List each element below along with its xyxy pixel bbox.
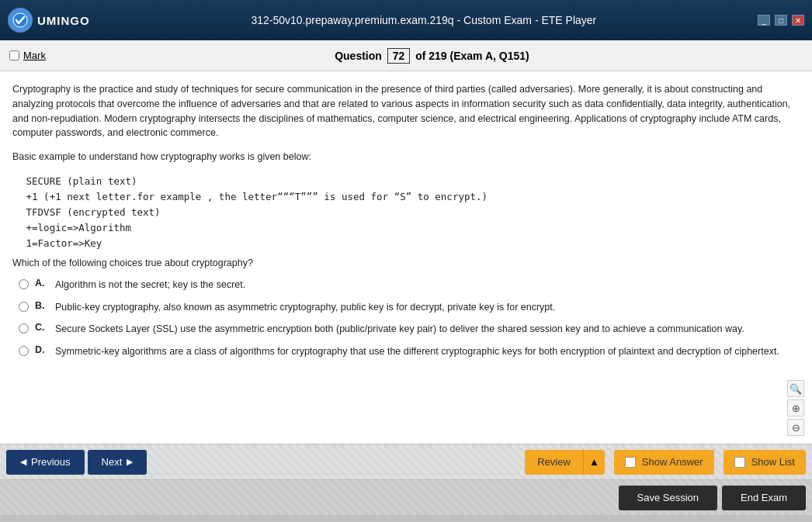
show-answer-checkbox-icon	[625, 457, 636, 468]
zoom-in-icon[interactable]: ⊕	[787, 399, 804, 417]
code-line-3: TFDVSF (encrypted text)	[20, 205, 800, 220]
passage-text: Cryptography is the practice and study o…	[12, 82, 800, 140]
next-button[interactable]: Next ▶	[88, 450, 147, 475]
show-list-button[interactable]: Show List	[724, 450, 806, 475]
window-title: 312-50v10.prepaway.premium.exam.219q - C…	[90, 14, 758, 26]
search-icon[interactable]: 🔍	[787, 380, 804, 397]
zoom-controls: 🔍 ⊕ ⊖	[787, 380, 804, 436]
code-line-5: 1=Factor=>Key	[20, 236, 800, 251]
option-a-label: A.	[35, 278, 49, 289]
review-dropdown-button[interactable]: ▲	[583, 450, 605, 475]
bottom-nav: ◀ Previous Next ▶ Review ▲ Show Answer S…	[0, 444, 812, 479]
option-a: A. Algorithm is not the secret; key is t…	[19, 278, 800, 292]
options-container: A. Algorithm is not the secret; key is t…	[19, 278, 800, 359]
previous-label: Previous	[31, 456, 71, 468]
close-button[interactable]: ✕	[792, 15, 804, 26]
option-b-text: Public-key cryptography, also known as a…	[55, 300, 800, 315]
question-number: 72	[387, 48, 411, 64]
option-d-radio[interactable]	[19, 346, 29, 356]
save-session-label: Save Session	[637, 492, 699, 503]
question-info: Question 72 of 219 (Exam A, Q151)	[61, 48, 803, 64]
next-chevron-icon: ▶	[127, 457, 133, 467]
option-c-radio[interactable]	[19, 323, 29, 334]
logo-text: UMINGO	[37, 14, 90, 27]
save-session-button[interactable]: Save Session	[619, 486, 718, 510]
logo: UMINGO	[8, 8, 90, 33]
main-content: Cryptography is the practice and study o…	[0, 71, 812, 444]
next-label: Next	[102, 456, 123, 468]
window-controls: _ □ ✕	[758, 15, 804, 26]
end-exam-label: End Exam	[741, 492, 787, 503]
maximize-button[interactable]: □	[775, 15, 787, 26]
toolbar: Mark Question 72 of 219 (Exam A, Q151)	[0, 40, 812, 71]
review-button[interactable]: Review	[525, 450, 583, 475]
option-c: C. Secure Sockets Layer (SSL) use the as…	[19, 322, 800, 337]
question-of: of 219 (Exam A, Q151)	[415, 50, 529, 62]
review-group: Review ▲	[525, 450, 605, 475]
option-d-label: D.	[35, 344, 49, 355]
question-label: Question	[335, 50, 382, 62]
option-b-radio[interactable]	[19, 302, 29, 312]
minimize-button[interactable]: _	[758, 15, 770, 26]
dropdown-arrow-icon: ▲	[589, 456, 599, 468]
mark-label[interactable]: Mark	[23, 50, 46, 61]
show-list-label: Show List	[751, 456, 795, 468]
basic-example-label: Basic example to understand how cryptogr…	[12, 150, 800, 164]
code-line-1: SECURE (plain text)	[20, 174, 800, 189]
prev-chevron-icon: ◀	[20, 457, 26, 467]
logo-icon	[8, 8, 33, 33]
option-c-label: C.	[35, 322, 49, 333]
previous-button[interactable]: ◀ Previous	[6, 450, 85, 475]
option-b-label: B.	[35, 300, 49, 311]
title-bar: UMINGO 312-50v10.prepaway.premium.exam.2…	[0, 0, 812, 40]
mark-container: Mark	[9, 50, 46, 61]
title-bar-left: UMINGO	[8, 8, 90, 33]
code-block: SECURE (plain text) +1 (+1 next letter.f…	[20, 174, 800, 251]
option-d: D. Symmetric-key algorithms are a class …	[19, 344, 800, 359]
show-list-checkbox-icon	[734, 457, 745, 468]
footer-bar: Save Session End Exam	[0, 479, 812, 515]
review-label: Review	[537, 456, 571, 468]
option-b: B. Public-key cryptography, also known a…	[19, 300, 800, 315]
option-a-text: Algorithm is not the secret; key is the …	[55, 278, 800, 292]
show-answer-button[interactable]: Show Answer	[614, 450, 714, 475]
question-text: Which of the following choices true abou…	[12, 258, 800, 268]
zoom-out-icon[interactable]: ⊖	[787, 419, 804, 436]
show-answer-label: Show Answer	[642, 456, 703, 468]
option-a-radio[interactable]	[19, 279, 29, 289]
end-exam-button[interactable]: End Exam	[722, 486, 806, 510]
mark-checkbox[interactable]	[9, 50, 19, 60]
option-c-text: Secure Sockets Layer (SSL) use the asymm…	[55, 322, 800, 337]
code-line-2: +1 (+1 next letter.for example , the let…	[20, 189, 800, 205]
code-line-4: +=logic=>Algorithm	[20, 220, 800, 236]
option-d-text: Symmetric-key algorithms are a class of …	[55, 344, 800, 359]
